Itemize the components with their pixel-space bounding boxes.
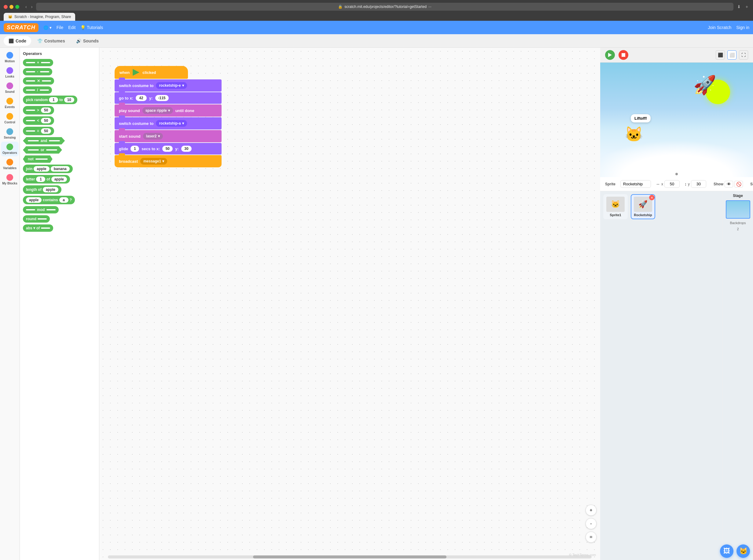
equals-block[interactable]: = 50 [23,127,54,135]
category-my-blocks[interactable]: My Blocks [1,172,19,187]
edit-menu[interactable]: Edit [68,25,76,30]
div-right-input[interactable] [40,89,49,91]
category-sensing[interactable]: Sensing [1,126,19,141]
zoom-in-button[interactable]: + [585,505,597,516]
join-v2[interactable]: banana [51,166,70,172]
length-block[interactable]: length of apple [23,185,61,194]
mul-right-input[interactable] [42,80,51,82]
less-block[interactable]: < 50 [23,116,54,125]
and-right-input[interactable] [49,140,60,141]
y-input[interactable]: -115 [155,95,169,101]
mod-right-input[interactable] [46,209,56,211]
stage-thumbnail[interactable] [726,200,750,219]
minimize-button[interactable] [9,5,14,9]
category-variables[interactable]: Variables [1,157,19,172]
contains-v1[interactable]: apple [26,197,42,203]
round-input[interactable] [38,218,47,220]
sub-right-input[interactable] [40,71,49,72]
sub-block[interactable]: - [23,68,52,75]
gt-right-input[interactable]: 50 [41,107,51,113]
letter-block[interactable]: letter 1 of apple [23,175,70,183]
lt-left-input[interactable] [26,120,35,121]
new-tab-button[interactable]: + [745,4,749,10]
start-sound-block[interactable]: start sound laser2 ▾ [115,130,221,142]
sign-in-link[interactable]: Sign in [736,25,749,30]
and-block[interactable]: and [23,137,65,144]
and-left-input[interactable] [28,140,39,141]
add-left-input[interactable] [26,62,35,63]
gt-left-input[interactable] [26,109,35,111]
hide-button[interactable]: 🚫 [734,181,743,187]
random-from-input[interactable]: 1 [49,97,58,103]
sprite-name-input[interactable] [620,180,651,188]
random-to-input[interactable]: 10 [64,97,74,103]
scrollbar-thumb[interactable] [253,555,446,558]
contains-v2[interactable]: a [59,197,69,203]
add-right-input[interactable] [41,62,50,63]
or-right-input[interactable] [46,149,57,151]
category-sound[interactable]: Sound [1,81,19,95]
lt-right-input[interactable]: 50 [41,118,51,123]
length-str[interactable]: apple [43,187,58,192]
normal-stage-button[interactable]: ⬜ [727,51,736,60]
delete-sprite-button[interactable]: ✕ [649,195,655,200]
tab-sounds[interactable]: 🔊 Sounds [71,36,103,46]
address-bar[interactable]: 🔒 scratch.mit.edu/projects/editor/?tutor… [36,3,733,11]
scratch-logo[interactable]: SCRATCH [4,23,39,32]
abs-block[interactable]: abs ▾ of [23,224,53,232]
greater-block[interactable]: > 50 [23,106,54,115]
workspace-scrollbar[interactable] [108,555,592,558]
play-sound-block[interactable]: play sound space ripple ▾ until done [115,104,221,117]
pick-random-block[interactable]: pick random 1 to 10 [23,96,77,104]
eq-right-input[interactable]: 50 [41,128,51,134]
x-input[interactable]: 42 [136,95,147,101]
mul-left-input[interactable] [26,80,35,82]
workspace[interactable]: when clicked switch costume to rocketshi… [99,48,600,560]
switch-costume-a-block[interactable]: switch costume to rocketship-a ▾ [115,117,221,129]
abs-input[interactable] [41,227,50,229]
not-input[interactable] [36,158,48,160]
category-operators[interactable]: Operators [1,142,19,156]
x-coord-input[interactable] [664,180,680,188]
active-tab[interactable]: 🐱 Scratch - Imagine, Program, Share [4,13,75,21]
costume-e-dropdown[interactable]: rocketship-e ▾ [156,82,187,89]
when-flag-clicked-block[interactable]: when clicked [115,66,188,79]
stop-button[interactable] [619,50,628,60]
back-button[interactable]: ‹ [24,4,28,10]
tab-code[interactable]: ⬛ Code [4,36,31,46]
tutorials-menu[interactable]: 💡 Tutorials [80,25,103,30]
y-coord-input[interactable] [691,180,706,188]
glide-secs-input[interactable]: 1 [131,146,139,152]
round-block[interactable]: round [23,215,50,223]
category-events[interactable]: Events [1,96,19,111]
zoom-fit-button[interactable]: = [585,532,597,543]
or-block[interactable]: or [23,146,62,154]
category-motion[interactable]: Motion [1,50,19,65]
download-button[interactable]: ⬇ [736,4,742,10]
zoom-out-button[interactable]: - [585,518,597,529]
file-menu[interactable]: File [57,25,63,30]
contains-block[interactable]: apple contains a ? [23,196,75,204]
join-block[interactable]: join apple banana [23,165,73,173]
close-button[interactable] [4,5,8,9]
glide-x-input[interactable]: 50 [162,146,173,152]
category-control[interactable]: Control [1,111,19,126]
small-stage-button[interactable]: ⬛ [716,51,725,60]
eq-left-input[interactable] [26,131,35,132]
forward-button[interactable]: › [30,4,34,10]
div-left-input[interactable] [26,89,35,91]
tab-costumes[interactable]: 👕 Costumes [33,36,70,46]
letter-idx[interactable]: 1 [36,177,45,182]
message-dropdown[interactable]: message1 ▾ [140,158,167,165]
sub-left-input[interactable] [26,71,35,72]
add-sprite-button[interactable]: 🐱 [736,544,750,558]
div-block[interactable]: / [23,86,52,94]
green-flag-button[interactable] [605,50,615,60]
add-backdrop-button[interactable]: 🖼 [720,544,733,558]
letter-str[interactable]: apple [51,177,67,182]
mul-block[interactable]: ✕ [23,77,54,85]
add-block[interactable]: + [23,59,53,66]
costume-a-dropdown[interactable]: rocketship-a ▾ [156,120,187,127]
mod-left-input[interactable] [26,209,35,211]
broadcast-block[interactable]: broadcast message1 ▾ [115,155,221,167]
